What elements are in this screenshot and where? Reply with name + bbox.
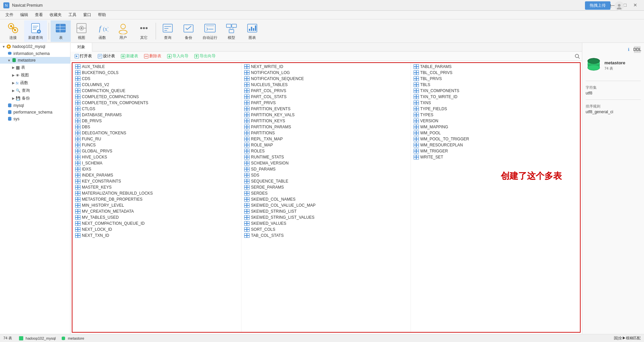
table-item[interactable]: PARTITION_PARAMS [241, 124, 410, 130]
toolbar-autorun[interactable]: 自动运行 [199, 20, 221, 42]
table-item[interactable]: CDS [72, 76, 241, 82]
table-item[interactable]: PARTITIONS [241, 130, 410, 136]
table-item[interactable]: SKEWED_STRING_LIST_VALUES [241, 214, 410, 220]
table-item[interactable]: COMPLETED_COMPACTIONS [72, 94, 241, 100]
table-item[interactable]: MV_TABLES_USED [72, 214, 241, 220]
sidebar-item-connection[interactable]: ▼ hadoop102_mysql [0, 43, 70, 50]
table-item[interactable]: NOTIFICATION_SEQUENCE [241, 76, 410, 82]
menu-tools[interactable]: 工具 [65, 11, 80, 18]
table-item[interactable]: TBLS [411, 82, 580, 88]
table-item[interactable]: PART_COL_STATS [241, 94, 410, 100]
info-button[interactable]: ℹ [625, 46, 632, 53]
toolbar-model[interactable]: 模型 [221, 20, 241, 42]
table-item[interactable]: NEXT_COMPACTION_QUEUE_ID [72, 220, 241, 226]
table-item[interactable]: TBL_PRIVS [411, 76, 580, 82]
search-button[interactable] [574, 53, 581, 60]
table-item[interactable]: AUX_TABLE [72, 64, 241, 70]
toolbar-connect[interactable]: 连接 [3, 20, 23, 42]
table-item[interactable]: COLUMNS_V2 [72, 82, 241, 88]
sidebar-item-mysql[interactable]: mysql [0, 102, 70, 109]
table-item[interactable]: METASTORE_DB_PROPERTIES [72, 196, 241, 202]
ddl-button[interactable]: DDL [634, 46, 641, 53]
upload-button[interactable]: 拖拽上传 [585, 1, 610, 10]
table-item[interactable]: SD_PARAMS [241, 166, 410, 172]
design-table-button[interactable]: 设计表 [95, 53, 118, 60]
menu-file[interactable]: 文件 [2, 11, 17, 18]
table-item[interactable]: MV_CREATION_METADATA [72, 208, 241, 214]
sidebar-item-sys[interactable]: sys [0, 116, 70, 122]
table-item[interactable]: DELEGATION_TOKENS [72, 130, 241, 136]
table-item[interactable]: MASTER_KEYS [72, 184, 241, 190]
table-item[interactable]: NOTIFICATION_LOG [241, 70, 410, 76]
table-item[interactable]: COMPLETED_TXN_COMPONENTS [72, 100, 241, 106]
table-item[interactable]: HIVE_LOCKS [72, 154, 241, 160]
table-item[interactable]: SKEWED_STRING_LIST [241, 208, 410, 214]
menu-window[interactable]: 窗口 [80, 11, 95, 18]
table-item[interactable]: CTLGS [72, 106, 241, 112]
table-item[interactable]: NEXT_TXN_ID [72, 232, 241, 238]
table-item[interactable]: SKEWED_VALUES [241, 220, 410, 226]
sidebar-item-performance-schema[interactable]: performance_schema [0, 109, 70, 116]
table-item[interactable]: TABLE_PARAMS [411, 64, 580, 70]
table-item[interactable]: DB_PRIVS [72, 118, 241, 124]
table-item[interactable]: WRITE_SET [411, 154, 580, 160]
toolbar-backup[interactable]: 备份 [178, 20, 199, 42]
table-item[interactable]: I_SCHEMA [72, 160, 241, 166]
table-item[interactable]: MATERIALIZATION_REBUILD_LOCKS [72, 190, 241, 196]
table-item[interactable]: TYPE_FIELDS [411, 106, 580, 112]
toolbar-new-query[interactable]: 新建查询 [24, 20, 47, 42]
toolbar-view[interactable]: 视图 [71, 20, 92, 42]
import-wizard-button[interactable]: 导入向导 [164, 53, 191, 60]
sidebar-item-tables[interactable]: ▶ ▦ 表 [0, 64, 70, 71]
table-item[interactable]: NEXT_WRITE_ID [241, 64, 410, 70]
table-item[interactable]: SEQUENCE_TABLE [241, 178, 410, 184]
table-item[interactable]: FUNCS [72, 142, 241, 148]
table-item[interactable]: TXN_COMPONENTS [411, 88, 580, 94]
table-item[interactable]: SERDES [241, 190, 410, 196]
toolbar-chart[interactable]: 图表 [242, 20, 262, 42]
table-item[interactable]: INDEX_PARAMS [72, 172, 241, 178]
table-item[interactable]: SORT_COLS [241, 226, 410, 232]
table-item[interactable]: TAB_COL_STATS [241, 232, 410, 238]
toolbar-table[interactable]: 表 [51, 20, 71, 42]
table-item[interactable]: DATABASE_PARAMS [72, 112, 241, 118]
table-item[interactable]: TBL_COL_PRIVS [411, 70, 580, 76]
sidebar-item-functions[interactable]: ▶ fx 函数 [0, 79, 70, 87]
tab-object[interactable]: 对象 [70, 43, 92, 52]
table-item[interactable]: ROLE_MAP [241, 142, 410, 148]
toolbar-user[interactable]: 用户 [113, 20, 133, 42]
table-item[interactable]: DBS [72, 124, 241, 130]
table-item[interactable]: TYPES [411, 112, 580, 118]
table-item[interactable]: SERDE_PARAMS [241, 184, 410, 190]
menu-view[interactable]: 查看 [32, 11, 46, 18]
table-item[interactable]: NEXT_LOCK_ID [72, 226, 241, 232]
menu-favorites[interactable]: 收藏夹 [46, 11, 65, 18]
table-item[interactable]: SDS [241, 172, 410, 178]
table-item[interactable]: WM_POOL [411, 130, 580, 136]
table-item[interactable]: NUCLEUS_TABLES [241, 82, 410, 88]
table-item[interactable]: WM_POOL_TO_TRIGGER [411, 136, 580, 142]
table-item[interactable]: PARTITION_KEY_VALS [241, 112, 410, 118]
open-table-button[interactable]: 打开表 [72, 53, 95, 60]
table-item[interactable]: PART_COL_PRIVS [241, 88, 410, 94]
table-item[interactable]: SKEWED_COL_VALUE_LOC_MAP [241, 202, 410, 208]
table-item[interactable]: SCHEMA_VERSION [241, 160, 410, 166]
table-item[interactable]: WM_MAPPING [411, 124, 580, 130]
menu-help[interactable]: 帮助 [95, 11, 109, 18]
table-item[interactable]: GLOBAL_PRIVS [72, 148, 241, 154]
toolbar-other[interactable]: 其它 [134, 20, 154, 42]
table-item[interactable]: RUNTIME_STATS [241, 154, 410, 160]
table-item[interactable]: MIN_HISTORY_LEVEL [72, 202, 241, 208]
table-item[interactable]: WM_RESOURCEPLAN [411, 142, 580, 148]
table-item[interactable]: VERSION [411, 118, 580, 124]
menu-edit[interactable]: 编辑 [17, 11, 32, 18]
table-item[interactable]: IDXS [72, 166, 241, 172]
table-item[interactable]: ROLES [241, 148, 410, 154]
table-item[interactable]: REPL_TXN_MAP [241, 136, 410, 142]
sidebar-item-views[interactable]: ▶ 👁 视图 [0, 71, 70, 79]
sidebar-item-backups[interactable]: ▶ 💾 备份 [0, 94, 70, 102]
export-wizard-button[interactable]: 导出向导 [192, 53, 218, 60]
table-item[interactable]: WM_TRIGGER [411, 148, 580, 154]
new-table-button[interactable]: 新建表 [118, 53, 141, 60]
sidebar-item-metastore[interactable]: ▼ metastore [0, 57, 70, 64]
